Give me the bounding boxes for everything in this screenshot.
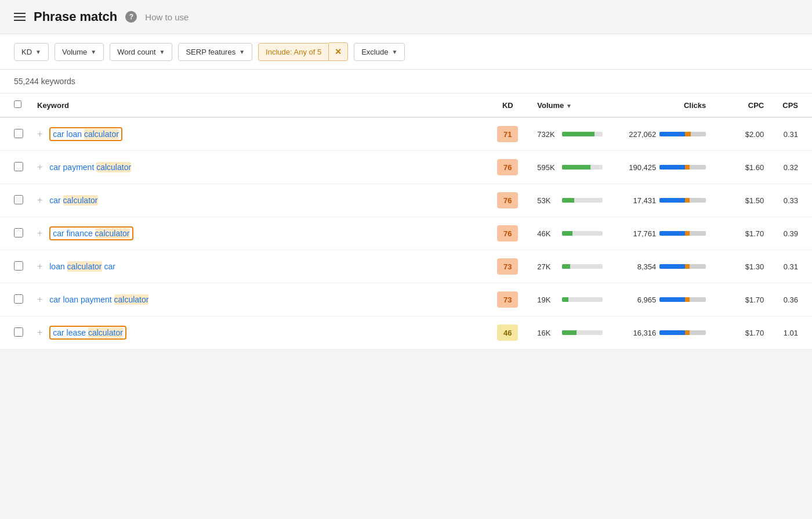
clicks-bar — [659, 231, 706, 236]
cps-value: 0.39 — [784, 229, 798, 238]
td-volume: 46K — [528, 217, 612, 250]
volume-bar-container: 46K — [537, 229, 603, 238]
kd-filter-button[interactable]: KD ▼ — [14, 43, 49, 61]
add-keyword-button[interactable]: + — [37, 327, 42, 337]
row-checkbox[interactable] — [14, 129, 23, 138]
clicks-bar-gray — [691, 132, 706, 136]
keyword-highlight: calculator — [88, 327, 123, 338]
clicks-bar-blue — [659, 165, 685, 170]
kd-badge: 76 — [497, 159, 518, 175]
kd-badge: 73 — [497, 258, 518, 275]
row-checkbox[interactable] — [14, 327, 23, 337]
td-keyword: + car calculator — [28, 184, 487, 217]
th-keyword[interactable]: Keyword — [28, 93, 487, 117]
include-filter-button[interactable]: Include: Any of 5 — [258, 43, 329, 61]
td-volume: 19K — [528, 283, 612, 316]
volume-text: 16K — [537, 329, 557, 337]
how-to-use-link[interactable]: How to use — [145, 12, 188, 22]
th-clicks[interactable]: Clicks — [612, 93, 715, 117]
td-clicks: 8,354 — [612, 250, 715, 283]
volume-bar — [562, 165, 603, 170]
row-checkbox[interactable] — [14, 228, 23, 237]
td-clicks: 6,965 — [612, 283, 715, 316]
row-checkbox[interactable] — [14, 195, 23, 204]
keyword-link[interactable]: car calculator — [49, 195, 97, 206]
volume-text: 595K — [537, 163, 557, 172]
td-cps: 0.31 — [773, 117, 812, 151]
keyword-outlined: car loan calculator — [49, 127, 122, 141]
keyword-link[interactable]: loan calculator car — [49, 261, 115, 272]
volume-bar-container: 732K — [537, 130, 603, 139]
clicks-value: 227,062 — [621, 130, 656, 139]
exclude-filter-button[interactable]: Exclude ▼ — [354, 43, 405, 61]
volume-text: 53K — [537, 196, 557, 205]
cps-value: 0.32 — [784, 163, 798, 172]
table-header-row: Keyword KD Volume ▼ Clicks CPC CPS — [0, 93, 812, 117]
include-filter-close-button[interactable]: ✕ — [329, 42, 348, 61]
td-cpc: $1.70 — [715, 316, 773, 349]
volume-bar — [562, 231, 603, 236]
td-kd: 46 — [487, 316, 528, 349]
keyword-link[interactable]: car payment calculator — [49, 162, 131, 172]
help-icon[interactable]: ? — [125, 11, 137, 23]
th-kd[interactable]: KD — [487, 93, 528, 117]
table-row: + car loan calculator 71 732K 227,062 — [0, 117, 812, 151]
th-cps[interactable]: CPS — [773, 93, 812, 117]
td-checkbox — [0, 151, 28, 184]
volume-bar-fill — [562, 165, 590, 170]
cpc-value: $1.60 — [745, 163, 764, 172]
clicks-value: 8,354 — [621, 262, 656, 271]
td-kd: 76 — [487, 184, 528, 217]
exclude-filter-arrow: ▼ — [392, 49, 397, 55]
td-cpc: $1.60 — [715, 151, 773, 184]
keywords-table-container: Keyword KD Volume ▼ Clicks CPC CPS + car… — [0, 93, 812, 349]
add-keyword-button[interactable]: + — [37, 195, 42, 205]
table-row: + car lease calculator 46 16K 16,316 — [0, 316, 812, 349]
row-checkbox[interactable] — [14, 162, 23, 171]
add-keyword-button[interactable]: + — [37, 162, 42, 172]
cps-value: 0.33 — [784, 196, 798, 205]
th-select-all — [0, 93, 28, 117]
keyword-link[interactable]: car finance calculator — [53, 228, 129, 239]
td-cps: 1.01 — [773, 316, 812, 349]
th-volume[interactable]: Volume ▼ — [528, 93, 612, 117]
td-cpc: $2.00 — [715, 117, 773, 151]
add-keyword-button[interactable]: + — [37, 129, 42, 139]
add-keyword-button[interactable]: + — [37, 228, 42, 238]
td-keyword: + car loan calculator — [28, 117, 487, 151]
td-checkbox — [0, 117, 28, 151]
th-cpc[interactable]: CPC — [715, 93, 773, 117]
volume-filter-button[interactable]: Volume ▼ — [55, 43, 104, 61]
td-volume: 595K — [528, 151, 612, 184]
volume-bar-container: 27K — [537, 262, 603, 271]
kd-badge: 76 — [497, 225, 518, 242]
clicks-bar-orange — [685, 264, 690, 269]
td-clicks: 227,062 — [612, 117, 715, 151]
hamburger-menu[interactable] — [14, 13, 26, 21]
keyword-link[interactable]: car loan payment calculator — [49, 294, 148, 305]
td-checkbox — [0, 250, 28, 283]
cpc-value: $1.70 — [745, 329, 764, 337]
keyword-link[interactable]: car lease calculator — [53, 327, 123, 338]
row-checkbox[interactable] — [14, 261, 23, 271]
row-checkbox[interactable] — [14, 294, 23, 304]
clicks-bar-wrap: 6,965 — [621, 295, 706, 304]
table-row: + loan calculator car 73 27K 8,354 — [0, 250, 812, 283]
td-keyword: + car finance calculator — [28, 217, 487, 250]
clicks-bar-wrap: 17,431 — [621, 196, 706, 205]
select-all-checkbox[interactable] — [14, 100, 21, 108]
keyword-highlight: calculator — [63, 195, 98, 206]
volume-sort-icon: ▼ — [566, 103, 572, 109]
word-count-filter-button[interactable]: Word count ▼ — [110, 43, 172, 61]
volume-bar-fill — [562, 330, 577, 335]
kd-badge: 46 — [497, 325, 518, 341]
add-keyword-button[interactable]: + — [37, 294, 42, 304]
add-keyword-button[interactable]: + — [37, 261, 42, 271]
clicks-bar-blue — [659, 231, 685, 236]
serp-features-filter-button[interactable]: SERP features ▼ — [178, 43, 252, 61]
td-volume: 16K — [528, 316, 612, 349]
keyword-link[interactable]: car loan calculator — [53, 129, 119, 139]
td-clicks: 16,316 — [612, 316, 715, 349]
clicks-bar-blue — [659, 132, 685, 136]
clicks-bar-wrap: 8,354 — [621, 262, 706, 271]
